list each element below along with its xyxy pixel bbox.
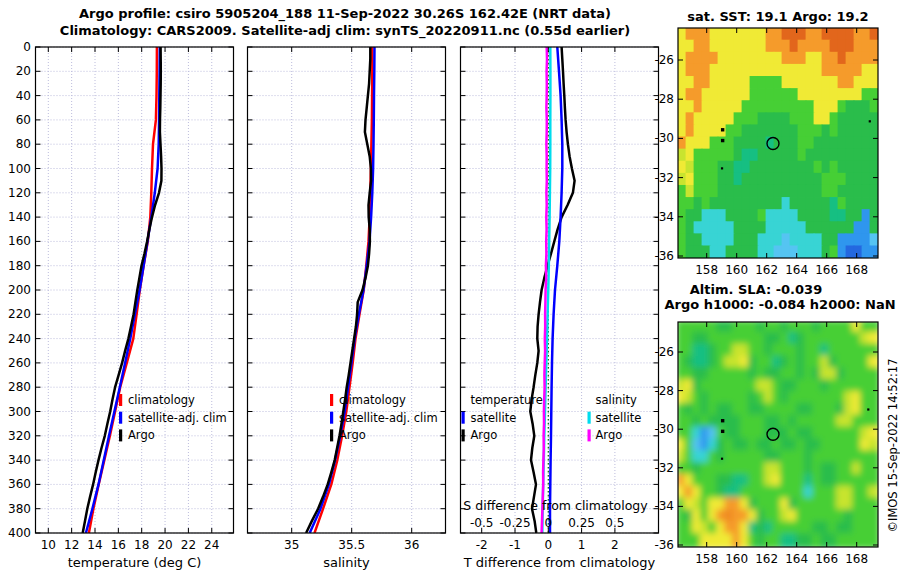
tick-label: 35.5 <box>338 538 365 552</box>
legend-swatch <box>330 394 333 406</box>
tick-label: 160 <box>725 263 748 277</box>
tick-label: 200 <box>8 283 31 297</box>
tick-label: -30 <box>654 131 674 145</box>
tick-label: 166 <box>815 552 838 566</box>
island-dot <box>721 128 724 131</box>
tick-label: -2 <box>476 538 488 552</box>
tick-label: 168 <box>845 552 868 566</box>
tick-label: 340 <box>8 453 31 467</box>
salinity-profile-panel: 3535.536salinityclimatologysatellite-adj… <box>248 47 446 570</box>
tick-label: 120 <box>8 186 31 200</box>
island-dot <box>721 167 723 169</box>
legend-group-title: temperature <box>471 393 543 407</box>
island-dot <box>721 430 724 433</box>
tick-label: 220 <box>8 307 31 321</box>
tick-label: 80 <box>16 137 31 151</box>
tick-label: 36 <box>404 538 419 552</box>
tick-label: 18 <box>134 538 149 552</box>
tick-label: 162 <box>755 552 778 566</box>
series-Argo-T-diff <box>530 47 574 533</box>
legend-swatch <box>588 429 591 441</box>
difference-profile-panel: -2-1012T difference from climatologyS di… <box>461 47 659 570</box>
island-dot <box>721 458 723 460</box>
tick-label: 240 <box>8 332 31 346</box>
tick-label: 164 <box>785 263 808 277</box>
tick-label: 22 <box>181 538 196 552</box>
tick-label: 158 <box>695 263 718 277</box>
tick-label: 320 <box>8 429 31 443</box>
tick-label: 24 <box>204 538 219 552</box>
tick-label: 400 <box>8 526 31 540</box>
legend: climatologysatellite-adj. climArgo <box>119 393 227 442</box>
tick-label: -26 <box>654 53 674 67</box>
tick-label: 60 <box>16 113 31 127</box>
tick-label: 162 <box>755 263 778 277</box>
tick-label: 160 <box>8 234 31 248</box>
tick-label: 380 <box>8 502 31 516</box>
tick-label: 168 <box>845 263 868 277</box>
temperature-profile-panel: 1012141618202224020406080100120140160180… <box>8 40 233 570</box>
s-axis-tick-label: 0.25 <box>568 516 595 530</box>
tick-label: 20 <box>16 64 31 78</box>
tick-label: -34 <box>654 499 674 513</box>
sst-map-grid <box>678 28 879 259</box>
s-axis-tick-label: 0 <box>544 516 552 530</box>
island-dot <box>869 120 871 122</box>
tick-label: -36 <box>654 538 674 552</box>
legend-swatch <box>462 412 465 424</box>
tick-label: 10 <box>41 538 56 552</box>
legend-label: climatology <box>339 393 406 407</box>
tick-label: 16 <box>111 538 126 552</box>
legend-label: climatology <box>128 393 195 407</box>
legend-label: satellite-adj. clim <box>128 411 227 425</box>
legend-swatch <box>330 429 333 441</box>
s-axis-label: S difference from climatology <box>463 498 648 513</box>
legend-label: satellite-adj. clim <box>339 411 438 425</box>
tick-label: 100 <box>8 162 31 176</box>
tick-label: 360 <box>8 477 31 491</box>
tick-label: 35 <box>284 538 299 552</box>
s-axis-tick-label: 0.5 <box>605 516 624 530</box>
legend-label: Argo <box>471 428 498 442</box>
tick-label: 12 <box>64 538 79 552</box>
tick-label: 300 <box>8 405 31 419</box>
tick-label: -30 <box>654 422 674 436</box>
legend-salinity: salinitysatelliteArgo <box>588 393 642 442</box>
tick-label: -36 <box>654 249 674 263</box>
tick-label: -34 <box>654 210 674 224</box>
island-dot <box>721 139 724 142</box>
tick-label: 160 <box>725 552 748 566</box>
sla-map: 158160162164166168-26-28-30-32-34-36 <box>654 320 880 566</box>
tick-label: -28 <box>654 92 674 106</box>
tick-label: 158 <box>695 552 718 566</box>
tick-label: -1 <box>509 538 521 552</box>
legend: climatologysatellite-adj. climArgo <box>330 393 438 442</box>
tick-label: 40 <box>16 89 31 103</box>
tick-label: 2 <box>611 538 619 552</box>
s-axis-tick-label: -0.25 <box>499 516 530 530</box>
x-axis-label: temperature (deg C) <box>68 555 202 570</box>
legend-label: Argo <box>596 428 623 442</box>
tick-label: 0 <box>544 538 552 552</box>
legend-swatch <box>119 429 122 441</box>
x-axis-label: T difference from climatology <box>463 555 656 570</box>
legend-swatch <box>462 429 465 441</box>
tick-label: -32 <box>654 171 674 185</box>
legend-label: Argo <box>128 428 155 442</box>
figure-canvas: 1012141618202224020406080100120140160180… <box>0 0 900 580</box>
series-Argo <box>306 47 371 533</box>
tick-label: -32 <box>654 461 674 475</box>
tick-label: 260 <box>8 356 31 370</box>
sla-map-grid <box>676 320 880 549</box>
legend-label: satellite <box>471 411 517 425</box>
tick-label: 14 <box>87 538 102 552</box>
x-axis-label: salinity <box>323 555 370 570</box>
tick-label: -26 <box>654 345 674 359</box>
legend-swatch <box>330 412 333 424</box>
legend-label: satellite <box>596 411 642 425</box>
island-dot <box>721 419 724 422</box>
figure-root: Argo profile: csiro 5905204_188 11-Sep-2… <box>0 0 900 580</box>
tick-label: 164 <box>785 552 808 566</box>
legend-swatch <box>588 412 591 424</box>
legend-group-title: salinity <box>596 393 637 407</box>
